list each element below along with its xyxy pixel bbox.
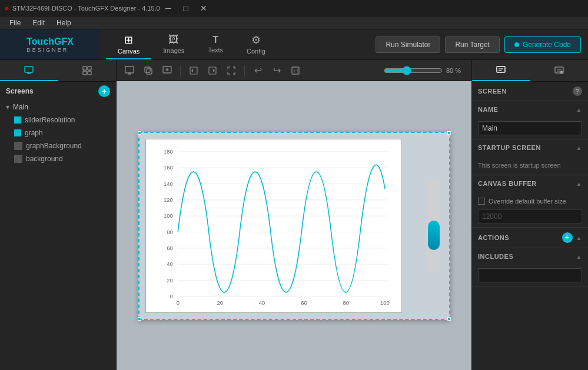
run-simulator-button[interactable]: Run Simulator [376, 36, 440, 53]
startup-header[interactable]: STARTUP SCREEN ▲ [472, 139, 588, 156]
name-input[interactable] [478, 121, 582, 135]
tab-texts[interactable]: T Texts [196, 29, 235, 59]
config-tab-icon: ⚙ [251, 34, 261, 46]
copy-button[interactable] [140, 62, 157, 79]
tab-images[interactable]: 🖼 Images [151, 29, 196, 59]
minimize-button[interactable]: ─ [160, 1, 177, 15]
handle-br[interactable] [447, 317, 451, 321]
add-action-button[interactable]: + [562, 232, 573, 243]
slider-thumb[interactable] [428, 221, 440, 250]
tree-item-graph[interactable]: graph [8, 126, 116, 139]
tab-canvas[interactable]: ⊞ Canvas [106, 29, 151, 59]
svg-rect-49 [497, 66, 505, 72]
svg-rect-19 [209, 67, 216, 74]
override-checkbox[interactable] [478, 198, 485, 205]
name-header[interactable]: NAME ▲ [472, 101, 588, 118]
svg-text:60: 60 [301, 299, 307, 306]
zoom-slider-input[interactable] [384, 66, 443, 75]
svg-text:20: 20 [217, 299, 223, 306]
includes-input[interactable] [478, 268, 582, 282]
startup-text: This screen is startup screen [478, 159, 582, 171]
canvas-buffer-label: CANVAS BUFFER [478, 180, 537, 187]
handle-tl[interactable] [138, 131, 141, 135]
toolbar-separator [180, 65, 181, 76]
generate-code-label: Generate Code [523, 41, 571, 49]
svg-text:20: 20 [167, 276, 173, 283]
main-toolbar: TouchGFX DESIGNER ⊞ Canvas 🖼 Images T Te… [0, 29, 588, 60]
screen-section-header[interactable]: SCREEN ? [472, 82, 588, 101]
svg-point-57 [561, 72, 562, 73]
canvas-buffer-header[interactable]: CANVAS BUFFER ▲ [472, 175, 588, 192]
menu-edit[interactable]: Edit [26, 18, 51, 28]
fullscreen-button[interactable] [223, 62, 240, 79]
startup-chevron-icon: ▲ [576, 145, 582, 151]
tree-item-background[interactable]: background [8, 152, 116, 165]
sidebar-tab-widgets[interactable] [58, 60, 117, 81]
redo-button[interactable]: ↪ [268, 62, 285, 79]
move-right-button[interactable] [204, 62, 221, 79]
content-area: Screens + ▾ Main sliderResolution graph … [0, 60, 588, 370]
generate-code-button[interactable]: Generate Code [504, 36, 581, 53]
zoom-fit-button[interactable]: 1:1 [287, 62, 304, 79]
actions-label: ACTIONS [478, 234, 509, 241]
undo-button[interactable]: ↩ [250, 62, 266, 79]
texts-tab-icon: T [212, 35, 218, 45]
svg-rect-6 [83, 71, 87, 75]
add-widget-icon [162, 66, 172, 75]
svg-text:0: 0 [170, 292, 172, 299]
svg-text:100: 100 [380, 299, 390, 306]
add-screen-button[interactable]: + [98, 85, 110, 97]
slider-control[interactable] [427, 179, 440, 273]
svg-rect-12 [145, 67, 150, 72]
tree-item-graphbackground[interactable]: graphBackground [8, 139, 116, 152]
new-screen-icon [125, 66, 134, 75]
svg-text:80: 80 [343, 299, 349, 306]
tree-item-main[interactable]: ▾ Main [0, 101, 116, 114]
logo-sub: DESIGNER [26, 47, 74, 53]
canvas-tab-icon: ⊞ [124, 34, 133, 46]
maximize-button[interactable]: □ [178, 1, 194, 15]
svg-marker-18 [191, 69, 193, 72]
graph-check-icon [14, 129, 21, 136]
svg-rect-8 [125, 66, 134, 73]
new-screen-button[interactable] [121, 62, 138, 79]
config-tab-label: Config [247, 48, 265, 55]
canvas-area: ↩ ↪ 1:1 80 % [117, 60, 471, 370]
svg-text:100: 100 [164, 212, 173, 219]
svg-text:120: 120 [164, 196, 173, 203]
help-icon[interactable]: ? [573, 86, 582, 96]
bg-img-icon [14, 155, 22, 163]
actions-header[interactable]: ACTIONS + ▲ [472, 228, 588, 248]
close-button[interactable]: ✕ [195, 1, 212, 15]
svg-rect-5 [88, 66, 91, 70]
add-widget-button[interactable] [159, 62, 175, 79]
copy-icon [144, 66, 153, 75]
name-label: NAME [478, 106, 498, 113]
size-field [478, 209, 582, 224]
toolbar-tabs: ⊞ Canvas 🖼 Images T Texts ⚙ Config [100, 29, 368, 59]
svg-rect-17 [190, 67, 197, 74]
zoom-label: 80 % [446, 67, 467, 74]
tab-config[interactable]: ⚙ Config [235, 29, 277, 59]
interactions-tab[interactable] [530, 60, 589, 81]
window-controls: ─ □ ✕ [160, 1, 212, 15]
menubar: File Edit Help [0, 16, 588, 29]
handle-bl[interactable] [138, 317, 141, 321]
properties-tab[interactable] [472, 60, 530, 81]
move-right-icon [208, 66, 217, 75]
canvas-content[interactable]: 180 160 140 120 100 80 60 40 20 0 0 20 4… [117, 81, 471, 370]
svg-rect-7 [88, 71, 91, 75]
screens-icon [24, 65, 34, 75]
includes-header[interactable]: INCLUDES ▲ [472, 248, 588, 265]
run-target-button[interactable]: Run Target [445, 36, 499, 53]
tree-item-sliderresolution[interactable]: sliderResolution [8, 114, 116, 126]
menu-file[interactable]: File [4, 18, 26, 28]
move-left-button[interactable] [185, 62, 202, 79]
sidebar-tab-screens[interactable] [0, 60, 58, 81]
handle-tr[interactable] [447, 131, 451, 135]
menu-help[interactable]: Help [51, 18, 77, 28]
includes-body [472, 265, 588, 286]
actions-section: ACTIONS + ▲ [472, 228, 588, 248]
canvas-buffer-body: Override default buffer size [472, 192, 588, 227]
screens-header: Screens + [0, 82, 116, 101]
